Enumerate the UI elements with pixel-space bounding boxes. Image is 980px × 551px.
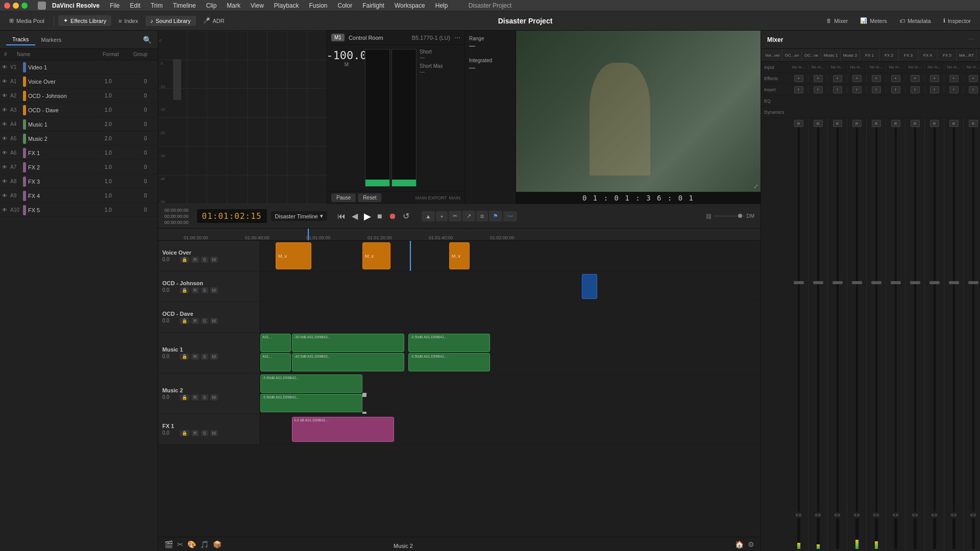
menu-fusion[interactable]: Fusion <box>307 2 330 9</box>
fader-track[interactable] <box>875 127 877 512</box>
track-content-a5[interactable]: -5.60dB A01.D99B42... -5.60dB A01.D99B42… <box>260 373 761 414</box>
minimize-button[interactable] <box>13 3 19 9</box>
link-button[interactable]: ⛓ <box>706 213 712 219</box>
insert-cell[interactable]: I <box>789 86 808 93</box>
tab-markers[interactable]: Markers <box>35 35 68 45</box>
effects-cell[interactable]: + <box>886 75 905 82</box>
deliver-icon[interactable]: 📦 <box>213 540 222 548</box>
insert-btn[interactable]: I <box>794 86 803 93</box>
track-m-btn[interactable]: M <box>210 354 218 360</box>
track-r-btn[interactable]: R <box>191 354 199 360</box>
r-btn[interactable]: R <box>949 120 959 127</box>
loudness-mode[interactable]: M1 <box>331 34 345 41</box>
audio-clip[interactable]: A01... <box>260 353 291 371</box>
r-btn[interactable]: R <box>911 120 920 127</box>
stop-button[interactable]: ■ <box>375 210 384 223</box>
visibility-icon[interactable]: 👁 <box>2 164 10 170</box>
audio-clip[interactable]: -3.50dB A01.D99B42... <box>408 353 490 371</box>
menu-help[interactable]: Help <box>433 2 450 9</box>
track-content-a6[interactable]: 0.0 dB A01.D99B42... <box>260 414 761 444</box>
reset-button[interactable]: Reset <box>358 193 381 202</box>
add-effect-btn[interactable]: + <box>911 75 920 82</box>
insert-cell[interactable]: I <box>905 86 925 93</box>
visibility-icon[interactable]: 👁 <box>2 121 10 127</box>
add-effect-btn[interactable]: + <box>930 75 939 82</box>
fader-track[interactable] <box>817 127 819 512</box>
record-button[interactable]: ⏺ <box>386 210 399 223</box>
menu-file[interactable]: File <box>108 2 121 9</box>
track-r-btn[interactable]: R <box>191 318 199 324</box>
fader-handle[interactable] <box>891 281 901 284</box>
edit-icon[interactable]: ✂ <box>177 540 183 548</box>
audio-clip[interactable] <box>582 274 597 299</box>
effects-cell[interactable]: + <box>867 75 886 82</box>
audio-icon[interactable]: 🎵 <box>200 540 209 548</box>
audio-clip[interactable]: -30.5dB A01.D99B42... <box>292 353 404 371</box>
menu-playback[interactable]: Playback <box>272 2 301 9</box>
fader-handle[interactable] <box>871 281 881 284</box>
insert-btn[interactable]: I <box>891 86 900 93</box>
metadata-button[interactable]: 🏷 Metadata <box>894 16 936 26</box>
audio-clip[interactable]: -5.60dB A01.D99B42... <box>260 374 362 393</box>
list-item[interactable]: 👁 A7 FX 2 1.0 0 <box>0 160 158 174</box>
audio-clip[interactable]: M..v <box>276 242 311 269</box>
insert-btn[interactable]: I <box>911 86 920 93</box>
menu-edit[interactable]: Edit <box>128 2 143 9</box>
waveform-tool[interactable]: 〰 <box>503 211 517 221</box>
track-m-btn[interactable]: M <box>210 257 218 263</box>
add-effect-btn[interactable]: + <box>814 75 823 82</box>
meters-button[interactable]: 📊 Meters <box>855 15 892 26</box>
fader-track[interactable] <box>895 127 897 512</box>
menu-view[interactable]: View <box>249 2 266 9</box>
add-tool[interactable]: + <box>436 211 447 221</box>
inspector-button[interactable]: ℹ Inspector <box>938 15 976 26</box>
visibility-icon[interactable]: 👁 <box>2 79 10 84</box>
play-button[interactable]: ▶ <box>362 209 373 224</box>
list-item[interactable]: 👁 A10 FX 5 1.0 0 <box>0 203 158 217</box>
track-s-btn[interactable]: S <box>201 354 208 360</box>
insert-cell[interactable]: I <box>925 86 944 93</box>
track-content-a3[interactable] <box>260 302 761 332</box>
index-button[interactable]: ≡ Index <box>113 16 143 26</box>
track-r-btn[interactable]: R <box>191 394 199 400</box>
flag-tool[interactable]: ⚑ <box>489 211 502 221</box>
insert-btn[interactable]: I <box>872 86 881 93</box>
list-item[interactable]: 👁 A1 Voice Over 1.0 0 <box>0 74 158 89</box>
fader-handle[interactable] <box>949 281 959 284</box>
effects-cell[interactable]: + <box>944 75 964 82</box>
insert-cell[interactable]: I <box>944 86 964 93</box>
effects-cell[interactable]: + <box>789 75 808 82</box>
r-btn[interactable]: R <box>833 120 842 127</box>
audio-clip[interactable]: M..v <box>362 242 390 269</box>
insert-cell[interactable]: I <box>886 86 905 93</box>
track-s-btn[interactable]: S <box>201 318 208 324</box>
list-item[interactable]: 👁 A3 OCD - Dave 1.0 0 <box>0 103 158 117</box>
fader-handle[interactable] <box>794 281 804 284</box>
fader-track[interactable] <box>934 127 936 512</box>
visibility-icon[interactable]: 👁 <box>2 207 10 213</box>
track-m-btn[interactable]: M <box>210 430 218 436</box>
menu-trim[interactable]: Trim <box>149 2 165 9</box>
list-item[interactable]: 👁 A9 FX 4 1.0 0 <box>0 189 158 203</box>
track-lock-btn[interactable]: 🔒 <box>180 394 189 400</box>
settings-icon[interactable]: ⚙ <box>748 540 754 548</box>
track-m-btn[interactable]: M <box>210 394 218 400</box>
sound-library-button[interactable]: ♪ Sound Library <box>145 16 196 26</box>
r-btn[interactable]: R <box>794 120 803 127</box>
track-lock-btn[interactable]: 🔒 <box>180 257 189 263</box>
mixer-expand-icon[interactable]: ⋯ <box>968 36 974 43</box>
snap-tool[interactable]: ⧈ <box>476 211 488 221</box>
menu-fairlight[interactable]: Fairlight <box>360 2 386 9</box>
menu-workspace[interactable]: Workspace <box>393 2 427 9</box>
close-button[interactable] <box>4 3 10 9</box>
track-r-btn[interactable]: R <box>191 257 199 263</box>
insert-btn[interactable]: I <box>969 86 978 93</box>
fader-handle[interactable] <box>173 59 181 100</box>
menu-timeline[interactable]: Timeline <box>171 2 198 9</box>
track-m-btn[interactable]: M <box>210 287 218 293</box>
insert-btn[interactable]: I <box>949 86 959 93</box>
step-back-button[interactable]: ◀ <box>350 209 360 223</box>
go-to-start-button[interactable]: ⏮ <box>335 210 348 223</box>
list-item[interactable]: 👁 A2 OCD - Johnson 1.0 0 <box>0 89 158 103</box>
r-btn[interactable]: R <box>891 120 900 127</box>
